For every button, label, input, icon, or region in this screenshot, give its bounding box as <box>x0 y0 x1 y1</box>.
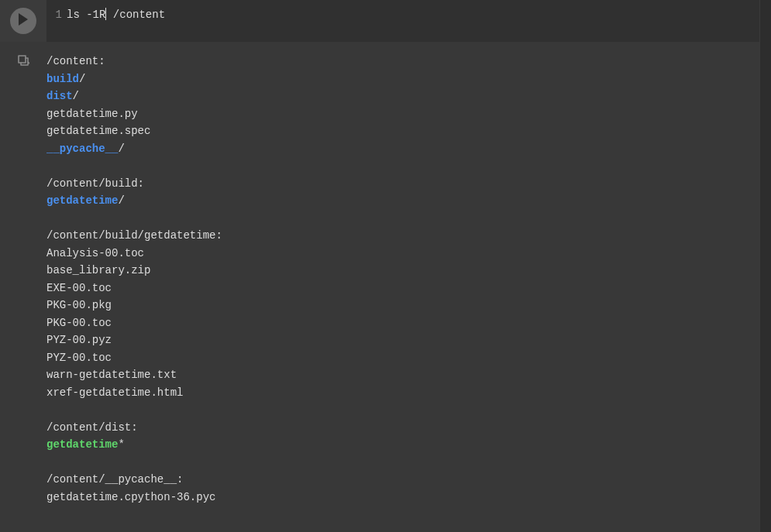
output-line <box>46 210 759 228</box>
output-text: Analysis-00.toc <box>46 247 144 259</box>
output-line: xref-getdatetime.html <box>46 384 759 402</box>
output-text: /content/__pycache__: <box>46 473 183 486</box>
directory-name: getdatetime <box>46 194 118 207</box>
output-line: getdatetime.spec <box>46 122 759 140</box>
output-line: getdatetime.cpython-36.pyc <box>46 489 759 506</box>
output-line: base_library.zip <box>46 262 759 280</box>
output-line: getdatetime.py <box>46 105 759 123</box>
output-line: PYZ-00.pyz <box>46 331 759 349</box>
output-line: /content/dist: <box>46 419 759 437</box>
output-line: getdatetime* <box>46 436 759 454</box>
line-number-gutter: 1 <box>46 6 67 36</box>
output-text: warn-getdatetime.txt <box>46 369 177 381</box>
output-line: Analysis-00.toc <box>46 245 759 263</box>
output-gutter <box>0 53 46 70</box>
output-line: EXE-00.toc <box>46 280 759 297</box>
output-text: PKG-00.pkg <box>46 299 112 311</box>
directory-name: build <box>46 73 79 85</box>
output-text: getdatetime.py <box>46 108 138 120</box>
output-text: getdatetime.cpython-36.pyc <box>46 491 215 503</box>
output-text: getdatetime.spec <box>46 125 150 137</box>
code-line[interactable]: ls -1R /content <box>67 6 759 36</box>
play-icon <box>18 13 29 29</box>
directory-name: dist <box>46 90 73 102</box>
code-segment: ls -1R <box>67 9 105 21</box>
output-text: PYZ-00.toc <box>46 352 112 364</box>
output-line: /content/build/getdatetime: <box>46 227 759 245</box>
output-text: / <box>118 142 124 155</box>
output-text: PYZ-00.pyz <box>46 334 112 346</box>
output-text: EXE-00.toc <box>46 282 112 294</box>
output-line: __pycache__/ <box>46 140 759 158</box>
output-line: /content/build: <box>46 175 759 193</box>
output-line: PKG-00.toc <box>46 314 759 332</box>
run-button-gutter <box>0 0 46 42</box>
vertical-scrollbar[interactable] <box>759 0 771 532</box>
code-segment: /content <box>106 9 165 21</box>
directory-name: __pycache__ <box>46 142 118 155</box>
output-text: / <box>79 73 85 85</box>
output-line: /content: <box>46 53 759 70</box>
output-toggle-icon[interactable] <box>17 54 29 70</box>
output-line: build/ <box>46 70 759 88</box>
output-line: getdatetime/ <box>46 192 759 210</box>
output-row: /content:build/dist/getdatetime.pygetdat… <box>0 42 759 506</box>
output-text: * <box>118 438 124 451</box>
notebook-cell: 1 ls -1R /content /content:build/dist/ge… <box>0 0 759 506</box>
output-text: /content/build: <box>46 177 144 190</box>
executable-name: getdatetime <box>46 438 118 451</box>
output-text: base_library.zip <box>46 264 150 276</box>
output-line: warn-getdatetime.txt <box>46 366 759 384</box>
output-line <box>46 401 759 419</box>
output-line <box>46 454 759 472</box>
output-body[interactable]: /content:build/dist/getdatetime.pygetdat… <box>46 53 759 506</box>
output-text: xref-getdatetime.html <box>46 386 183 399</box>
line-number: 1 <box>56 9 62 21</box>
output-line: PYZ-00.toc <box>46 349 759 367</box>
output-text: /content: <box>46 55 105 67</box>
output-text: / <box>118 194 124 207</box>
output-text: / <box>73 90 79 102</box>
output-line: /content/__pycache__: <box>46 471 759 489</box>
run-button[interactable] <box>10 8 36 34</box>
svg-rect-0 <box>19 56 26 63</box>
output-line: PKG-00.pkg <box>46 297 759 314</box>
output-text: PKG-00.toc <box>46 317 112 329</box>
output-line: dist/ <box>46 88 759 105</box>
output-line <box>46 157 759 175</box>
code-input-row: 1 ls -1R /content <box>0 0 759 42</box>
code-editor[interactable]: 1 ls -1R /content <box>46 0 759 42</box>
output-text: /content/build/getdatetime: <box>46 229 222 242</box>
output-text: /content/dist: <box>46 421 138 434</box>
